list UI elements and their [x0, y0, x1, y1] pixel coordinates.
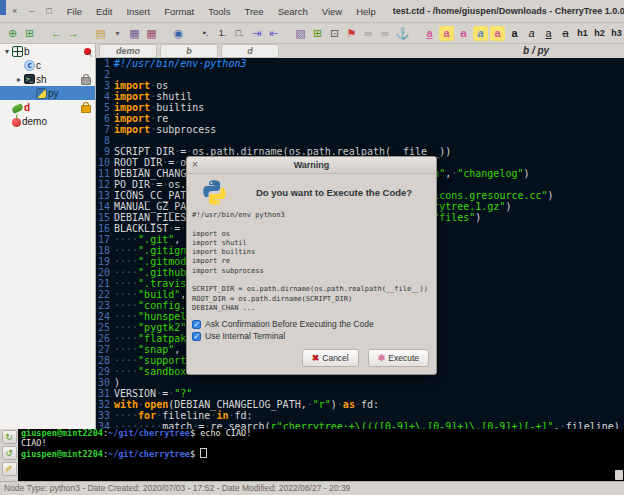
insert-link-icon[interactable]: ∞ [361, 26, 376, 41]
menu-search[interactable]: Search [273, 4, 313, 19]
latest-style-pink-icon[interactable]: a [490, 26, 505, 41]
line-number: 15 [96, 212, 110, 223]
new-node-icon[interactable]: ⊕ [5, 26, 20, 41]
find-icon[interactable]: ◉ [171, 26, 186, 41]
bg-color-icon[interactable]: a [439, 26, 454, 41]
line-number: 18 [96, 245, 110, 256]
todo-list-icon[interactable]: □. [232, 26, 247, 41]
close-button[interactable]: × [12, 6, 17, 16]
open-file-icon[interactable]: ▤ [93, 26, 108, 41]
terminal-icon [24, 74, 35, 84]
c-lang-icon [24, 60, 35, 71]
indent-less-icon[interactable]: ⇤ [266, 26, 281, 41]
execute-code-icon[interactable]: ⚑ [344, 26, 359, 41]
new-subnode-icon[interactable]: ⊞ [22, 26, 37, 41]
underline-icon[interactable]: a [541, 26, 556, 41]
go-forward-icon[interactable]: → [66, 26, 81, 41]
tree-node-d[interactable]: d [0, 100, 95, 114]
italic-icon[interactable]: a [524, 26, 539, 41]
execute-button[interactable]: ✱Execute [368, 349, 429, 367]
menu-tree[interactable]: Tree [239, 4, 268, 19]
titlebar: ×–□ FileEditInsertFormatToolsTreeSearchV… [0, 0, 624, 23]
insert-table-icon[interactable]: ⊞ [310, 26, 325, 41]
line-number: 32 [96, 399, 110, 410]
indent-more-icon[interactable]: ⇥ [249, 26, 264, 41]
checkbox-row: ✓Use Internal Terminal [192, 330, 431, 342]
fg-color-icon[interactable]: a [422, 26, 437, 41]
insert-anchor-icon[interactable]: ⚓ [395, 26, 410, 41]
preview-line: SCRIPT_DIR = os.path.dirname(os.path.rea… [192, 285, 431, 294]
numbered-list-icon[interactable]: 1. [215, 26, 230, 41]
terminal-toolbar: ↻↺✐ [0, 429, 18, 482]
code-line: 32with·open(DEBIAN_CHANGELOG_PATH,·"r")·… [96, 399, 624, 410]
tree-node-sh[interactable]: ▸sh [0, 72, 95, 86]
strikethrough-icon[interactable]: a [558, 26, 573, 41]
preview-line: ROOT_DIR = os.path.dirname(SCRIPT_DIR) [192, 295, 431, 304]
save-as-icon[interactable]: ▦ [144, 26, 159, 41]
expander-icon[interactable]: ▾ [2, 47, 12, 56]
bullet-list-icon[interactable]: •. [198, 26, 213, 41]
bookmark-demo[interactable]: demo [99, 44, 157, 58]
terminal-scrollbar[interactable] [615, 470, 623, 480]
checkbox-label: Use Internal Terminal [205, 331, 285, 341]
preview-line [192, 220, 431, 229]
line-number: 14 [96, 201, 110, 212]
tree-node-b[interactable]: ▾b [0, 44, 95, 58]
clear-terminal-icon[interactable]: ✐ [2, 462, 17, 476]
menu-format[interactable]: Format [159, 4, 199, 19]
menu-help[interactable]: Help [351, 4, 381, 19]
edit-link-icon[interactable]: ∞ [378, 26, 393, 41]
h1-icon[interactable]: h1 [575, 26, 590, 41]
line-number: 2 [96, 69, 110, 80]
dialog-code-preview: #!/usr/bin/env python3 import osimport s… [187, 207, 436, 315]
lock-grey-icon [81, 77, 91, 85]
statusbar: Node Type: python3 - Date Created: 2020/… [0, 481, 624, 495]
latest-style-blue-icon[interactable]: a [473, 26, 488, 41]
bookmark-b[interactable]: b [160, 44, 218, 58]
h2-icon[interactable]: h2 [592, 26, 607, 41]
tree-node-label: demo [22, 116, 47, 127]
line-number: 29 [96, 366, 110, 377]
cancel-button[interactable]: ✖Cancel [302, 349, 359, 367]
menu-edit[interactable]: Edit [91, 4, 117, 19]
bookmark-d[interactable]: d [221, 44, 279, 58]
tree-node-py[interactable]: py [0, 86, 95, 100]
insert-codebox-icon[interactable]: ⊡ [327, 26, 342, 41]
dialog-checkboxes: ✓Ask Confirmation Before Executing the C… [187, 315, 436, 342]
preview-line: #!/usr/bin/env python3 [192, 211, 431, 220]
button-label: Execute [388, 353, 419, 363]
code-line: 2 [96, 69, 624, 80]
menu-insert[interactable]: Insert [121, 4, 155, 19]
menu-file[interactable]: File [62, 4, 87, 19]
open-file-caret-icon[interactable]: ▾ [110, 26, 125, 41]
expander-icon[interactable]: ▸ [14, 75, 24, 84]
line-number: 11 [96, 168, 110, 179]
checkbox-icon[interactable]: ✓ [192, 332, 201, 341]
reset-terminal-icon[interactable]: ↺ [2, 446, 17, 460]
dialog-header: Do you want to Execute the Code? [187, 174, 436, 207]
save-icon[interactable]: ▦ [127, 26, 142, 41]
terminal[interactable]: giuspen@mint2204:~/git/cherrytree$ echo … [18, 429, 624, 481]
tree-node-demo[interactable]: demo [0, 114, 95, 128]
line-number: 1 [96, 58, 110, 69]
line-number: 28 [96, 355, 110, 366]
line-number: 33 [96, 410, 110, 421]
code-line: 30) [96, 377, 624, 388]
maximize-button[interactable]: □ [46, 6, 51, 16]
checkbox-icon[interactable]: ✓ [192, 320, 201, 329]
go-back-icon[interactable]: ← [49, 26, 64, 41]
bold-icon[interactable]: a [507, 26, 522, 41]
pin-icon [84, 48, 91, 55]
line-number: 22 [96, 289, 110, 300]
tree-node-c[interactable]: c [0, 58, 95, 72]
minimize-button[interactable]: – [29, 6, 34, 16]
h3-icon[interactable]: h3 [609, 26, 624, 41]
checkbox-row: ✓Ask Confirmation Before Executing the C… [192, 318, 431, 330]
line-number: 10 [96, 157, 110, 168]
restart-terminal-icon[interactable]: ↻ [2, 430, 17, 444]
insert-image-icon[interactable]: ▧ [293, 26, 308, 41]
menu-tools[interactable]: Tools [203, 4, 235, 19]
menu-view[interactable]: View [317, 4, 347, 19]
clear-format-icon[interactable]: a [456, 26, 471, 41]
line-number: 23 [96, 300, 110, 311]
